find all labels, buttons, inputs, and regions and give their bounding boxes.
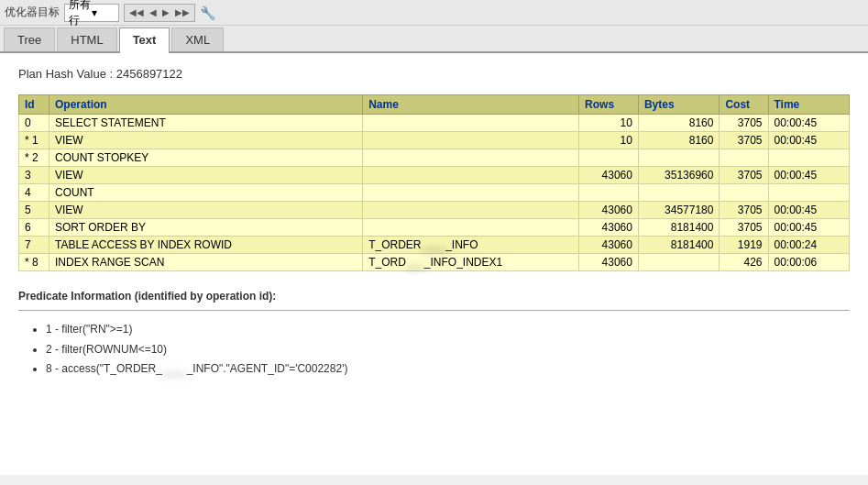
cell-cost — [720, 184, 768, 202]
cell-rows: 43060 — [579, 219, 639, 237]
settings-icon[interactable]: 🔧 — [200, 6, 215, 20]
cell-cost: 3705 — [720, 132, 768, 149]
header-time: Time — [768, 95, 850, 115]
cell-time: 00:00:45 — [768, 202, 850, 219]
cell-name — [363, 167, 579, 184]
cell-id: 7 — [19, 237, 49, 254]
cell-bytes: 8160 — [638, 115, 719, 132]
cell-name — [363, 115, 579, 132]
plan-hash-line: Plan Hash Value : 2456897122 — [18, 67, 850, 81]
predicate-item: 1 - filter("RN">=1) — [46, 320, 850, 340]
cell-bytes — [638, 254, 719, 271]
cell-id: * 8 — [19, 254, 49, 271]
cell-operation: VIEW — [49, 202, 363, 219]
cell-time — [768, 184, 850, 202]
tab-html[interactable]: HTML — [57, 28, 116, 51]
cell-rows: 43060 — [579, 202, 639, 219]
header-id: Id — [19, 95, 49, 115]
cell-name: T_ORDER_____INFO — [363, 237, 579, 254]
cell-name — [363, 219, 579, 237]
cell-rows: 43060 — [579, 237, 639, 254]
cell-id: 4 — [19, 184, 49, 202]
table-row: 7TABLE ACCESS BY INDEX ROWIDT_ORDER_____… — [19, 237, 850, 254]
cell-bytes: 35136960 — [638, 167, 719, 184]
tab-tree[interactable]: Tree — [4, 28, 55, 51]
predicate-title: Predicate Information (identified by ope… — [18, 290, 850, 303]
main-content: Plan Hash Value : 2456897122 Id Operatio… — [0, 53, 868, 475]
cell-time: 00:00:06 — [768, 254, 850, 271]
nav-prev-icon[interactable]: ◀ — [148, 7, 159, 17]
table-row: 6SORT ORDER BY430608181400370500:00:45 — [19, 219, 850, 237]
cell-operation: VIEW — [49, 132, 363, 149]
cell-name: T_ORD____INFO_INDEX1 — [363, 254, 579, 271]
cell-bytes — [638, 149, 719, 167]
cell-id: * 2 — [19, 149, 49, 167]
tab-xml[interactable]: XML — [171, 28, 224, 51]
cell-operation: SELECT STATEMENT — [49, 115, 363, 132]
cell-bytes: 8181400 — [638, 219, 719, 237]
cell-name — [363, 132, 579, 149]
cell-operation: INDEX RANGE SCAN — [49, 254, 363, 271]
cell-cost: 426 — [720, 254, 768, 271]
cell-cost — [720, 149, 768, 167]
cell-bytes — [638, 184, 719, 202]
table-row: * 1VIEW108160370500:00:45 — [19, 132, 850, 149]
plan-hash-label: Plan Hash Value — [18, 67, 106, 81]
table-row: 4COUNT — [19, 184, 850, 202]
table-row: 5VIEW4306034577180370500:00:45 — [19, 202, 850, 219]
cell-id: 0 — [19, 115, 49, 132]
toolbar: 优化器目标 所有行 ▾ ◀◀ ◀ ▶ ▶▶ 🔧 — [0, 0, 868, 26]
cell-time — [768, 149, 850, 167]
cell-rows — [579, 184, 639, 202]
cell-operation: SORT ORDER BY — [49, 219, 363, 237]
cell-time: 00:00:45 — [768, 115, 850, 132]
cell-bytes: 8181400 — [638, 237, 719, 254]
cell-rows — [579, 149, 639, 167]
tab-bar: Tree HTML Text XML — [0, 26, 868, 53]
header-name: Name — [363, 95, 579, 115]
table-header-row: Id Operation Name Rows Bytes Cost Time — [19, 95, 850, 115]
toolbar-label1: 优化器目标 — [5, 5, 60, 20]
cell-name — [363, 202, 579, 219]
cell-operation: VIEW — [49, 167, 363, 184]
nav-controls: ◀◀ ◀ ▶ ▶▶ — [124, 4, 195, 22]
plan-hash-colon: : — [110, 67, 116, 81]
cell-operation: TABLE ACCESS BY INDEX ROWID — [49, 237, 363, 254]
cell-cost: 3705 — [720, 167, 768, 184]
predicate-list: 1 - filter("RN">=1)2 - filter(ROWNUM<=10… — [18, 320, 850, 380]
cell-time: 00:00:45 — [768, 219, 850, 237]
cell-name — [363, 184, 579, 202]
header-cost: Cost — [720, 95, 768, 115]
cell-id: 6 — [19, 219, 49, 237]
cell-id: 3 — [19, 167, 49, 184]
header-operation: Operation — [49, 95, 363, 115]
dropdown-value: 所有行 — [69, 0, 92, 28]
cell-time: 00:00:45 — [768, 132, 850, 149]
tab-text[interactable]: Text — [119, 28, 170, 53]
cell-cost: 1919 — [720, 237, 768, 254]
predicate-divider — [18, 310, 850, 311]
optimizer-dropdown[interactable]: 所有行 ▾ — [64, 4, 119, 22]
nav-last-icon[interactable]: ▶▶ — [173, 7, 192, 17]
nav-first-icon[interactable]: ◀◀ — [127, 7, 146, 17]
cell-time: 00:00:45 — [768, 167, 850, 184]
predicate-section: Predicate Information (identified by ope… — [18, 290, 850, 380]
header-bytes: Bytes — [638, 95, 719, 115]
table-row: 0SELECT STATEMENT108160370500:00:45 — [19, 115, 850, 132]
cell-operation: COUNT — [49, 184, 363, 202]
cell-cost: 3705 — [720, 115, 768, 132]
table-row: 3VIEW4306035136960370500:00:45 — [19, 167, 850, 184]
cell-bytes: 8160 — [638, 132, 719, 149]
predicate-item: 8 - access("T_ORDER______INFO"."AGENT_ID… — [46, 359, 850, 380]
predicate-item: 2 - filter(ROWNUM<=10) — [46, 340, 850, 360]
cell-id: * 1 — [19, 132, 49, 149]
dropdown-arrow-icon: ▾ — [92, 6, 115, 19]
table-row: * 8INDEX RANGE SCANT_ORD____INFO_INDEX14… — [19, 254, 850, 271]
cell-id: 5 — [19, 202, 49, 219]
cell-operation: COUNT STOPKEY — [49, 149, 363, 167]
nav-next-icon[interactable]: ▶ — [160, 7, 171, 17]
cell-bytes: 34577180 — [638, 202, 719, 219]
cell-rows: 10 — [579, 115, 639, 132]
table-row: * 2COUNT STOPKEY — [19, 149, 850, 167]
cell-cost: 3705 — [720, 219, 768, 237]
